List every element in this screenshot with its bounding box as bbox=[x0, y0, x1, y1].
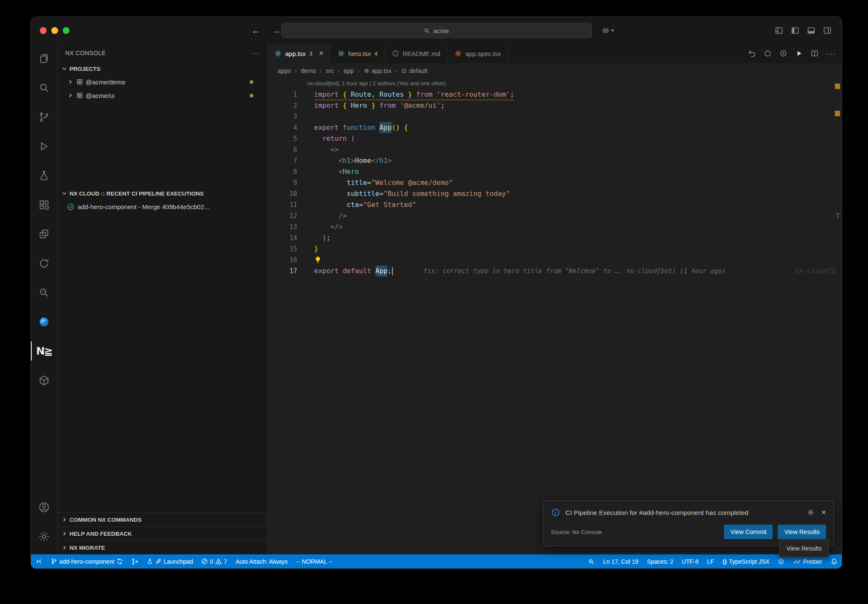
breadcrumb-item[interactable]: apps bbox=[278, 67, 291, 74]
tab-readme-md[interactable]: README.md bbox=[385, 44, 448, 63]
settings-gear-icon[interactable] bbox=[31, 522, 57, 551]
extensions-icon[interactable] bbox=[31, 190, 57, 219]
code-line[interactable]: 12 /> bbox=[267, 210, 842, 221]
layers-icon[interactable] bbox=[31, 219, 57, 249]
code-line[interactable]: 6 <> bbox=[267, 144, 842, 155]
breadcrumb-item[interactable]: src bbox=[326, 67, 334, 74]
breadcrumb-item[interactable]: demo bbox=[300, 67, 316, 74]
line-number[interactable]: 3 bbox=[267, 111, 304, 122]
toggle-panel-icon[interactable] bbox=[807, 26, 815, 35]
code-line[interactable]: 17export default App;fix: correct typo i… bbox=[267, 266, 842, 277]
problems-status[interactable]: 0 7 bbox=[197, 554, 231, 568]
line-number[interactable]: 14 bbox=[267, 232, 304, 243]
navigate-back-icon[interactable]: ← bbox=[251, 25, 261, 36]
projects-section-header[interactable]: PROJECTS bbox=[58, 62, 267, 75]
account-icon[interactable] bbox=[31, 492, 57, 522]
source-control-icon[interactable] bbox=[31, 102, 57, 131]
indentation-status[interactable]: Spaces: 2 bbox=[643, 554, 677, 568]
history-icon[interactable] bbox=[31, 249, 57, 278]
breadcrumb-item[interactable]: app bbox=[344, 67, 354, 74]
git-action-icon[interactable] bbox=[127, 554, 142, 568]
code-line[interactable]: 16 bbox=[267, 254, 842, 266]
line-number[interactable]: 15 bbox=[267, 243, 304, 254]
language-mode-status[interactable]: {} TypeScript JSX bbox=[718, 554, 774, 568]
line-number[interactable]: 4 bbox=[267, 122, 304, 133]
zoom-status[interactable] bbox=[584, 554, 599, 568]
pipeline-execution-item[interactable]: add-hero-component - Merge 409b44e5cb02.… bbox=[58, 200, 267, 213]
customize-layout-icon[interactable] bbox=[775, 26, 783, 35]
copilot-menu[interactable]: ▾ bbox=[601, 26, 614, 35]
minimize-window-button[interactable] bbox=[51, 27, 58, 34]
section-nx-migrate[interactable]: NX MIGRATE bbox=[58, 540, 267, 554]
search-icon[interactable] bbox=[31, 73, 57, 102]
code-editor[interactable]: nx-cloud[bot], 1 hour ago | 2 authors (Y… bbox=[267, 78, 842, 554]
launchpad-status[interactable]: Launchpad bbox=[142, 554, 197, 568]
line-number[interactable]: 10 bbox=[267, 188, 304, 199]
nx-console-icon[interactable]: N≧ bbox=[31, 336, 57, 366]
code-line[interactable]: 8 <Hero bbox=[267, 166, 842, 177]
split-editor-icon[interactable] bbox=[810, 49, 819, 58]
project-item-acme-ui[interactable]: @acme/ui bbox=[58, 89, 267, 102]
tab-app-tsx[interactable]: app.tsx 3 × bbox=[267, 44, 331, 63]
run-debug-icon[interactable] bbox=[31, 131, 57, 161]
browser-icon[interactable] bbox=[31, 307, 57, 336]
testing-icon[interactable] bbox=[31, 161, 57, 190]
section-help-and-feedback[interactable]: HELP AND FEEDBACK bbox=[58, 526, 267, 540]
code-line[interactable]: 15} bbox=[267, 243, 842, 254]
circle-icon[interactable] bbox=[763, 49, 772, 58]
breadcrumb-item-symbol[interactable]: default bbox=[401, 67, 428, 74]
code-line[interactable]: 9 title="Welcome @acme/demo" bbox=[267, 177, 842, 188]
git-branch-status[interactable]: add-hero-component bbox=[47, 554, 127, 568]
toggle-secondary-sidebar-icon[interactable] bbox=[823, 26, 832, 35]
code-line[interactable]: 10 subtitle="Build something amazing tod… bbox=[267, 188, 842, 199]
code-line[interactable]: 13 </> bbox=[267, 221, 842, 232]
line-number[interactable]: 12 bbox=[267, 210, 304, 221]
eol-status[interactable]: LF bbox=[703, 554, 718, 568]
codelens-annotation[interactable]: nx-cloud[bot], 1 hour ago | 2 authors (Y… bbox=[307, 78, 842, 89]
code-line[interactable]: 5 return ( bbox=[267, 133, 842, 144]
nx-cloud-section-header[interactable]: NX CLOUD :: RECENT CI PIPELINE EXECUTION… bbox=[58, 187, 267, 200]
command-center-search[interactable]: acme bbox=[281, 23, 592, 38]
line-number[interactable]: 8 bbox=[267, 166, 304, 177]
encoding-status[interactable]: UTF-8 bbox=[678, 554, 703, 568]
section-common-nx-commands[interactable]: COMMON NX COMMANDS bbox=[58, 512, 267, 526]
run-icon[interactable] bbox=[795, 49, 803, 58]
project-item-acme-demo[interactable]: @acme/demo bbox=[58, 75, 267, 89]
line-number[interactable]: 13 bbox=[267, 221, 304, 232]
remote-indicator[interactable] bbox=[31, 554, 47, 568]
close-notification-icon[interactable]: × bbox=[821, 508, 826, 517]
close-window-button[interactable] bbox=[40, 27, 47, 34]
cursor-position-status[interactable]: Ln 17, Col 19 bbox=[599, 554, 643, 568]
line-number[interactable]: 17 bbox=[267, 266, 304, 277]
auto-attach-status[interactable]: Auto Attach: Always bbox=[231, 554, 292, 568]
code-line[interactable]: 2import { Hero } from '@acme/ui'; bbox=[267, 100, 842, 111]
code-line[interactable]: 11 cta="Get Started" bbox=[267, 199, 842, 210]
code-line[interactable]: 4export function App() { bbox=[267, 122, 842, 133]
view-commit-button[interactable]: View Commit bbox=[724, 525, 773, 539]
toggle-primary-sidebar-icon[interactable] bbox=[791, 26, 799, 35]
code-line[interactable]: 14 ); bbox=[267, 232, 842, 243]
line-number[interactable]: 9 bbox=[267, 177, 304, 188]
zoom-window-button[interactable] bbox=[63, 27, 70, 34]
code-search-icon[interactable] bbox=[31, 278, 57, 307]
tab-hero-tsx[interactable]: hero.tsx 4 bbox=[331, 44, 385, 63]
code-line[interactable]: 3 bbox=[267, 111, 842, 122]
view-results-button[interactable]: View Results bbox=[778, 525, 826, 539]
tab-app-spec-tsx[interactable]: app.spec.tsx bbox=[448, 44, 508, 63]
vim-mode-status[interactable]: -- NORMAL -- bbox=[292, 554, 337, 568]
code-line[interactable]: 7 <h1>Home</h1> bbox=[267, 155, 842, 166]
run-all-icon[interactable] bbox=[779, 49, 787, 58]
line-number[interactable]: 6 bbox=[267, 144, 304, 155]
navigate-forward-icon[interactable]: → bbox=[272, 25, 281, 36]
line-number[interactable]: 16 bbox=[267, 254, 304, 266]
line-number[interactable]: 1 bbox=[267, 89, 304, 100]
explorer-icon[interactable] bbox=[31, 44, 57, 73]
more-actions-icon[interactable]: ··· bbox=[826, 49, 836, 59]
notification-settings-gear-icon[interactable] bbox=[807, 509, 815, 516]
code-line[interactable]: 1import { Route, Routes } from 'react-ro… bbox=[267, 89, 842, 100]
line-number[interactable]: 7 bbox=[267, 155, 304, 166]
close-tab-icon[interactable]: × bbox=[319, 49, 323, 58]
lightbulb-icon[interactable] bbox=[314, 256, 322, 264]
breadcrumb-item-file[interactable]: app.tsx bbox=[364, 67, 392, 74]
line-number[interactable]: 11 bbox=[267, 199, 304, 210]
